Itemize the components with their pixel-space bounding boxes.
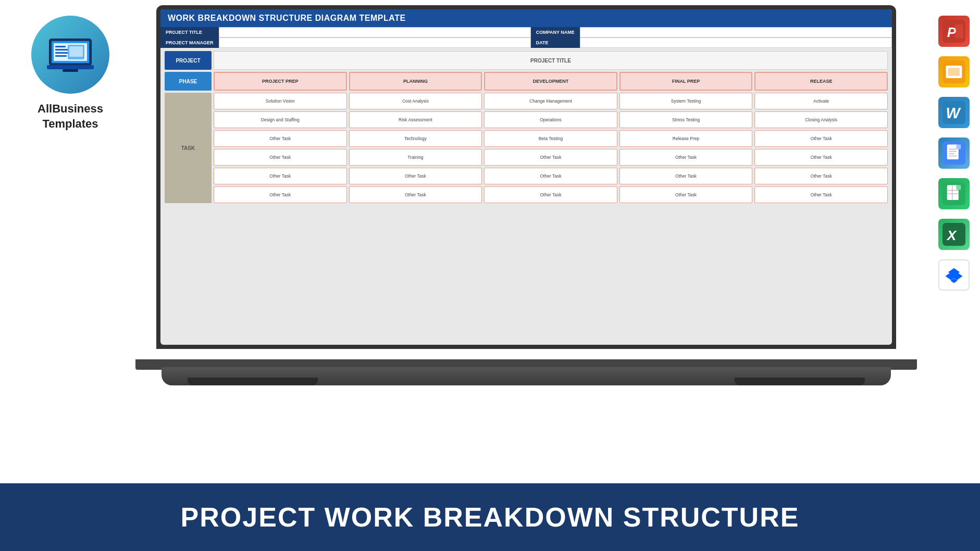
laptop-foot-right bbox=[735, 378, 865, 385]
list-item[interactable]: Other Task bbox=[214, 168, 347, 184]
list-item[interactable]: System Testing bbox=[619, 93, 753, 109]
list-item[interactable]: Design and Staffing bbox=[214, 111, 347, 128]
list-item[interactable]: Other Task bbox=[214, 130, 347, 147]
phase-label: PHASE bbox=[165, 72, 212, 91]
project-title-cell[interactable]: PROJECT TITLE bbox=[214, 51, 888, 70]
company-name-value[interactable] bbox=[580, 27, 892, 37]
bottom-banner: PROJECT WORK BREAKDOWN STRUCTURE bbox=[0, 483, 980, 551]
wbs-meta-row: PROJECT TITLE COMPANY NAME PROJECT MANAG… bbox=[160, 27, 892, 48]
svg-rect-22 bbox=[949, 148, 957, 149]
wbs-title: WORK BREAKDOWN STRUCTURE DIAGRAM TEMPLAT… bbox=[160, 9, 892, 27]
list-item[interactable]: Other Task bbox=[619, 186, 753, 203]
list-item[interactable]: Risk Assessment bbox=[349, 111, 482, 128]
bottom-banner-text: PROJECT WORK BREAKDOWN STRUCTURE bbox=[181, 502, 800, 533]
brand-name: AllBusinessTemplates bbox=[38, 102, 103, 131]
laptop-screen-area: WORK BREAKDOWN STRUCTURE DIAGRAM TEMPLAT… bbox=[156, 5, 896, 349]
task-section: TASK Solution Vision Cost Analysis Chang… bbox=[165, 93, 888, 203]
list-item[interactable]: Other Task bbox=[214, 186, 347, 203]
company-name-label: COMPANY NAME bbox=[531, 27, 580, 37]
phase-cell-0[interactable]: PROJECT PREP bbox=[214, 72, 347, 91]
phase-row: PHASE PROJECT PREP PLANNING DEVELOPMENT … bbox=[165, 72, 888, 91]
laptop-foot-left bbox=[188, 378, 318, 385]
list-item[interactable]: Other Task bbox=[349, 186, 482, 203]
list-item[interactable]: Technology bbox=[349, 130, 482, 147]
google-sheets-icon[interactable] bbox=[938, 178, 970, 209]
list-item[interactable]: Other Task bbox=[484, 186, 617, 203]
word-icon[interactable]: W bbox=[938, 97, 970, 128]
list-item[interactable]: Other Task bbox=[214, 149, 347, 166]
powerpoint-icon[interactable]: P bbox=[938, 16, 970, 47]
project-title-value[interactable] bbox=[219, 27, 531, 37]
list-item[interactable]: Other Task bbox=[484, 149, 617, 166]
logo-circle bbox=[31, 16, 109, 94]
phase-cell-3[interactable]: FINAL PREP bbox=[619, 72, 753, 91]
table-row: Other Task Training Other Task Other Tas… bbox=[214, 149, 888, 166]
project-row: PROJECT PROJECT TITLE bbox=[165, 51, 888, 70]
list-item[interactable]: Other Task bbox=[754, 168, 888, 184]
list-item[interactable]: Activate bbox=[754, 93, 888, 109]
wbs-template: WORK BREAKDOWN STRUCTURE DIAGRAM TEMPLAT… bbox=[160, 9, 892, 345]
task-grid: Solution Vision Cost Analysis Change Man… bbox=[214, 93, 888, 203]
laptop-logo-icon bbox=[47, 36, 94, 73]
svg-rect-21 bbox=[956, 145, 961, 149]
project-manager-label: PROJECT MANAGER bbox=[160, 37, 219, 48]
svg-rect-25 bbox=[949, 155, 957, 156]
date-label: DATE bbox=[531, 37, 580, 48]
laptop-container: WORK BREAKDOWN STRUCTURE DIAGRAM TEMPLAT… bbox=[135, 5, 917, 385]
table-row: Design and Staffing Risk Assessment Oper… bbox=[214, 111, 888, 128]
dropbox-icon[interactable] bbox=[938, 259, 970, 291]
left-sidebar: AllBusinessTemplates bbox=[0, 0, 141, 483]
list-item[interactable]: Solution Vision bbox=[214, 93, 347, 109]
date-value[interactable] bbox=[580, 37, 892, 48]
phase-cell-1[interactable]: PLANNING bbox=[349, 72, 482, 91]
list-item[interactable]: Other Task bbox=[754, 186, 888, 203]
wbs-body: PROJECT PROJECT TITLE PHASE PROJECT PREP… bbox=[160, 48, 892, 206]
list-item[interactable]: Stress Testing bbox=[619, 111, 753, 128]
list-item[interactable]: Operations bbox=[484, 111, 617, 128]
list-item[interactable]: Beta Testing bbox=[484, 130, 617, 147]
project-label: PROJECT bbox=[165, 51, 212, 70]
list-item[interactable]: Change Management bbox=[484, 93, 617, 109]
phase-cell-4[interactable]: RELEASE bbox=[754, 72, 888, 91]
list-item[interactable]: Training bbox=[349, 149, 482, 166]
google-docs-icon[interactable] bbox=[938, 137, 970, 169]
task-label: TASK bbox=[165, 93, 212, 203]
svg-text:X: X bbox=[946, 228, 957, 243]
svg-rect-5 bbox=[55, 52, 70, 54]
table-row: Other Task Other Task Other Task Other T… bbox=[214, 168, 888, 184]
svg-rect-3 bbox=[55, 46, 66, 47]
project-title-label: PROJECT TITLE bbox=[160, 27, 219, 37]
laptop-screen: WORK BREAKDOWN STRUCTURE DIAGRAM TEMPLAT… bbox=[160, 9, 892, 345]
svg-text:P: P bbox=[947, 24, 957, 40]
svg-rect-23 bbox=[949, 151, 957, 152]
list-item[interactable]: Other Task bbox=[484, 168, 617, 184]
phase-cell-2[interactable]: DEVELOPMENT bbox=[484, 72, 617, 91]
svg-rect-13 bbox=[955, 24, 963, 38]
list-item[interactable]: Release Prep bbox=[619, 130, 753, 147]
right-sidebar: P W bbox=[928, 0, 980, 483]
svg-rect-24 bbox=[949, 153, 954, 154]
svg-rect-16 bbox=[948, 68, 960, 76]
table-row: Other Task Technology Beta Testing Relea… bbox=[214, 130, 888, 147]
list-item[interactable]: Cost Analysis bbox=[349, 93, 482, 109]
list-item[interactable]: Other Task bbox=[754, 130, 888, 147]
svg-rect-9 bbox=[47, 65, 94, 69]
project-manager-value[interactable] bbox=[219, 37, 531, 48]
list-item[interactable]: Other Task bbox=[349, 168, 482, 184]
google-slides-icon[interactable] bbox=[938, 56, 970, 87]
table-row: Other Task Other Task Other Task Other T… bbox=[214, 186, 888, 203]
list-item[interactable]: Other Task bbox=[619, 149, 753, 166]
svg-rect-10 bbox=[63, 69, 78, 72]
table-row: Solution Vision Cost Analysis Change Man… bbox=[214, 93, 888, 109]
list-item[interactable]: Other Task bbox=[754, 149, 888, 166]
svg-text:W: W bbox=[946, 105, 962, 121]
list-item[interactable]: Other Task bbox=[619, 168, 753, 184]
svg-rect-6 bbox=[55, 55, 67, 57]
svg-rect-28 bbox=[956, 185, 961, 190]
svg-rect-8 bbox=[69, 46, 83, 57]
excel-icon[interactable]: X bbox=[938, 219, 970, 250]
list-item[interactable]: Closing Analysis bbox=[754, 111, 888, 128]
